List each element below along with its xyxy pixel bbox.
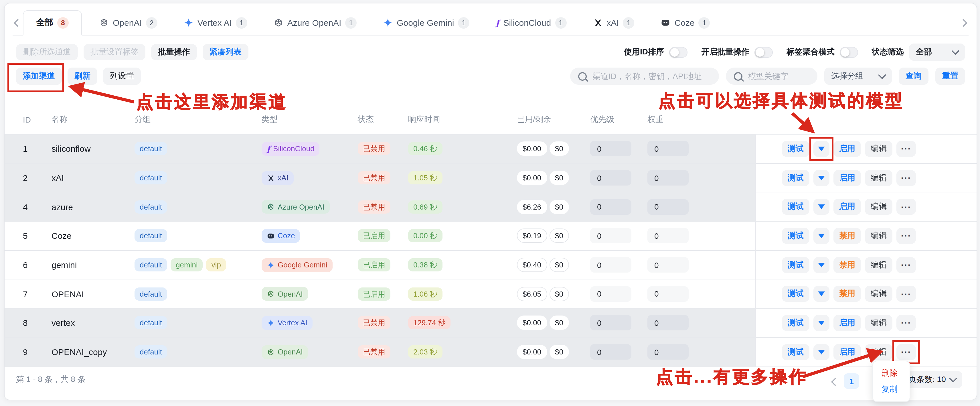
weight-input[interactable]: 0 [648, 286, 689, 302]
priority-input[interactable]: 0 [590, 141, 632, 157]
channel-search-input[interactable] [591, 71, 711, 81]
test-model-dropdown-button[interactable] [813, 228, 829, 244]
edit-button[interactable]: 编辑 [865, 170, 892, 186]
test-model-dropdown-button[interactable] [813, 286, 829, 302]
response-time-badge[interactable]: 2.03 秒 [408, 345, 442, 358]
toggle-status-button[interactable]: 启用 [834, 344, 861, 360]
group-select[interactable]: 选择分组 [824, 68, 892, 85]
test-button[interactable]: 测试 [782, 228, 810, 244]
more-actions-button[interactable]: ··· [896, 199, 916, 215]
edit-button[interactable]: 编辑 [865, 344, 892, 360]
more-actions-button[interactable]: ··· [896, 286, 916, 302]
prev-page-button[interactable] [832, 377, 838, 387]
compact-list-button[interactable]: 紧凑列表 [203, 44, 248, 60]
edit-button[interactable]: 编辑 [865, 315, 892, 331]
tab-scroll-left-icon[interactable] [13, 10, 23, 35]
toggle-status-button[interactable]: 启用 [834, 170, 861, 186]
delete-selected-button[interactable]: 删除所选通道 [16, 44, 78, 60]
channel-type-tag: Google Gemini [262, 258, 332, 272]
more-actions-button[interactable]: ··· [896, 344, 916, 360]
weight-input[interactable]: 0 [648, 141, 689, 157]
more-actions-button[interactable]: ··· [896, 170, 916, 186]
page-1-button[interactable]: 1 [844, 373, 859, 389]
more-actions-button[interactable]: ··· [896, 141, 916, 157]
tab-SiliconCloud[interactable]: ƒ SiliconCloud 1 [487, 10, 576, 35]
weight-input[interactable]: 0 [648, 344, 689, 360]
edit-button[interactable]: 编辑 [865, 286, 892, 302]
priority-input[interactable]: 0 [590, 199, 632, 215]
weight-input[interactable]: 0 [648, 170, 689, 186]
enable-batch-toggle[interactable] [754, 47, 773, 57]
response-time-badge[interactable]: 0.00 秒 [408, 229, 442, 242]
response-time-badge[interactable]: 0.69 秒 [408, 200, 442, 213]
tab-Coze[interactable]: Coze 1 [652, 10, 719, 35]
tag-aggregate-toggle[interactable] [840, 47, 858, 57]
test-model-dropdown-button[interactable] [813, 257, 829, 273]
more-actions-button[interactable]: ··· [896, 257, 916, 273]
test-button[interactable]: 测试 [782, 199, 810, 215]
channel-groups: default [128, 287, 255, 301]
priority-input[interactable]: 0 [590, 228, 632, 244]
tab-label: Azure OpenAI [287, 18, 341, 27]
weight-input[interactable]: 0 [648, 228, 689, 244]
tab-Vertex AI[interactable]: Vertex AI 1 [175, 10, 256, 35]
status-filter-select[interactable]: 全部 [909, 43, 965, 61]
more-actions-button[interactable]: ··· [896, 315, 916, 331]
remaining-quota: $0 [549, 258, 569, 272]
weight-input[interactable]: 0 [648, 199, 689, 215]
model-keyword-input[interactable] [747, 71, 810, 81]
tab-scroll-right-icon[interactable] [958, 10, 969, 35]
toggle-status-button[interactable]: 启用 [834, 199, 861, 215]
test-model-dropdown-button[interactable] [813, 344, 829, 360]
toggle-status-button[interactable]: 禁用 [834, 228, 861, 244]
edit-button[interactable]: 编辑 [865, 257, 892, 273]
query-button[interactable]: 查询 [899, 68, 929, 85]
menu-item-copy[interactable]: 复制 [873, 381, 910, 397]
edit-button[interactable]: 编辑 [865, 199, 892, 215]
test-button[interactable]: 测试 [782, 141, 810, 157]
test-button[interactable]: 测试 [782, 344, 810, 360]
use-id-sort-toggle[interactable] [669, 47, 687, 57]
vertex-icon [184, 18, 194, 27]
menu-item-delete[interactable]: 删除 [873, 365, 910, 381]
response-time-badge[interactable]: 1.06 秒 [408, 287, 442, 301]
channel-name: azure [45, 202, 128, 212]
weight-input[interactable]: 0 [648, 315, 689, 331]
toggle-status-button[interactable]: 禁用 [834, 257, 861, 273]
response-time-badge[interactable]: 129.74 秒 [408, 316, 451, 330]
refresh-button[interactable]: 刷新 [68, 68, 97, 85]
tab-xAI[interactable]: xAI 1 [584, 10, 643, 35]
toggle-status-button[interactable]: 启用 [834, 315, 861, 331]
caret-down-icon [818, 146, 825, 151]
more-actions-button[interactable]: ··· [896, 228, 916, 244]
toggle-status-button[interactable]: 启用 [834, 141, 861, 157]
reset-button[interactable]: 重置 [935, 68, 965, 85]
batch-ops-button[interactable]: 批量操作 [151, 44, 197, 60]
toggle-status-button[interactable]: 禁用 [834, 286, 861, 302]
column-settings-button[interactable]: 列设置 [103, 68, 141, 85]
weight-input[interactable]: 0 [648, 257, 689, 272]
test-model-dropdown-button[interactable] [813, 199, 829, 215]
priority-input[interactable]: 0 [590, 315, 632, 331]
test-button[interactable]: 测试 [782, 315, 810, 331]
test-model-dropdown-button[interactable] [813, 141, 829, 157]
response-time-badge[interactable]: 1.05 秒 [408, 171, 442, 185]
tab-全部[interactable]: 全部 8 [23, 10, 82, 35]
response-time-badge[interactable]: 0.46 秒 [408, 142, 442, 156]
test-button[interactable]: 测试 [782, 170, 810, 186]
edit-button[interactable]: 编辑 [865, 141, 892, 157]
tab-Google Gemini[interactable]: Google Gemini 1 [374, 10, 479, 35]
priority-input[interactable]: 0 [590, 286, 632, 302]
priority-input[interactable]: 0 [590, 257, 632, 272]
batch-set-tags-button[interactable]: 批量设置标签 [84, 44, 145, 60]
tab-Azure OpenAI[interactable]: Azure OpenAI 1 [264, 10, 366, 35]
priority-input[interactable]: 0 [590, 344, 632, 360]
test-button[interactable]: 测试 [782, 257, 810, 273]
edit-button[interactable]: 编辑 [865, 228, 892, 244]
priority-input[interactable]: 0 [590, 170, 632, 186]
tab-OpenAI[interactable]: OpenAI 2 [90, 10, 167, 35]
test-button[interactable]: 测试 [782, 286, 810, 302]
response-time-badge[interactable]: 0.38 秒 [408, 258, 442, 271]
test-model-dropdown-button[interactable] [813, 170, 829, 186]
test-model-dropdown-button[interactable] [813, 315, 829, 331]
